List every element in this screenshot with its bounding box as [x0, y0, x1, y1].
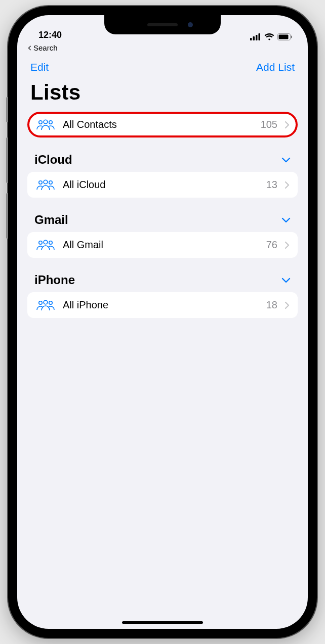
- svg-rect-3: [259, 33, 261, 40]
- row-count: 13: [266, 179, 277, 191]
- edit-button[interactable]: Edit: [30, 61, 49, 73]
- status-time: 12:40: [38, 30, 89, 40]
- row-count: 18: [266, 299, 277, 311]
- phone-frame: 12:40 Search Edit Add List Lists: [8, 6, 317, 638]
- nav-bar: Edit Add List: [17, 52, 308, 77]
- section-header-icloud[interactable]: iCloud: [27, 137, 298, 172]
- chevron-down-icon: [281, 278, 291, 283]
- svg-point-10: [39, 180, 42, 183]
- status-icons: [250, 33, 293, 40]
- group-icon: [35, 179, 56, 191]
- screen: 12:40 Search Edit Add List Lists: [17, 15, 308, 629]
- svg-point-7: [39, 120, 42, 123]
- breadcrumb[interactable]: Search: [17, 42, 308, 52]
- svg-point-18: [49, 301, 52, 304]
- group-icon: [35, 300, 56, 311]
- svg-point-14: [44, 240, 48, 244]
- all-gmail-row[interactable]: All Gmail 76: [27, 232, 298, 258]
- svg-point-9: [49, 120, 52, 123]
- row-count: 105: [261, 119, 277, 130]
- home-indicator[interactable]: [122, 621, 203, 624]
- add-list-button[interactable]: Add List: [256, 61, 295, 73]
- row-count: 76: [266, 239, 277, 251]
- svg-rect-6: [291, 36, 292, 38]
- svg-rect-2: [256, 35, 258, 40]
- group-icon: [35, 119, 56, 130]
- svg-point-16: [39, 301, 42, 304]
- row-label: All iPhone: [63, 299, 259, 311]
- wifi-icon: [264, 33, 274, 40]
- svg-rect-5: [279, 35, 289, 39]
- chevron-right-icon: [285, 301, 290, 309]
- row-label: All iCloud: [63, 179, 259, 191]
- svg-point-15: [49, 241, 52, 244]
- svg-point-13: [39, 241, 42, 244]
- signal-icon: [250, 33, 261, 40]
- row-label: All Gmail: [63, 239, 259, 251]
- back-arrow-icon: [27, 45, 32, 51]
- chevron-right-icon: [285, 181, 290, 189]
- svg-point-17: [44, 300, 48, 304]
- all-icloud-row[interactable]: All iCloud 13: [27, 172, 298, 198]
- chevron-down-icon: [281, 157, 291, 163]
- row-label: All Contacts: [63, 119, 254, 130]
- svg-rect-1: [253, 36, 255, 40]
- section-title: iCloud: [34, 153, 72, 167]
- group-icon: [35, 240, 56, 251]
- content: All Contacts 105 iCloud All iCloud 13: [17, 112, 308, 318]
- chevron-right-icon: [285, 241, 290, 249]
- all-contacts-row[interactable]: All Contacts 105: [27, 112, 298, 137]
- svg-rect-0: [250, 38, 252, 40]
- battery-icon: [277, 33, 293, 40]
- page-title: Lists: [17, 77, 308, 112]
- section-title: Gmail: [34, 213, 68, 227]
- chevron-down-icon: [281, 217, 291, 223]
- notch: [104, 15, 221, 34]
- all-iphone-row[interactable]: All iPhone 18: [27, 292, 298, 318]
- svg-point-8: [44, 120, 48, 124]
- chevron-right-icon: [285, 121, 290, 129]
- breadcrumb-label: Search: [33, 43, 58, 52]
- section-header-gmail[interactable]: Gmail: [27, 198, 298, 232]
- section-header-iphone[interactable]: iPhone: [27, 258, 298, 292]
- section-title: iPhone: [34, 273, 75, 287]
- svg-point-11: [44, 180, 48, 184]
- svg-point-12: [49, 180, 52, 183]
